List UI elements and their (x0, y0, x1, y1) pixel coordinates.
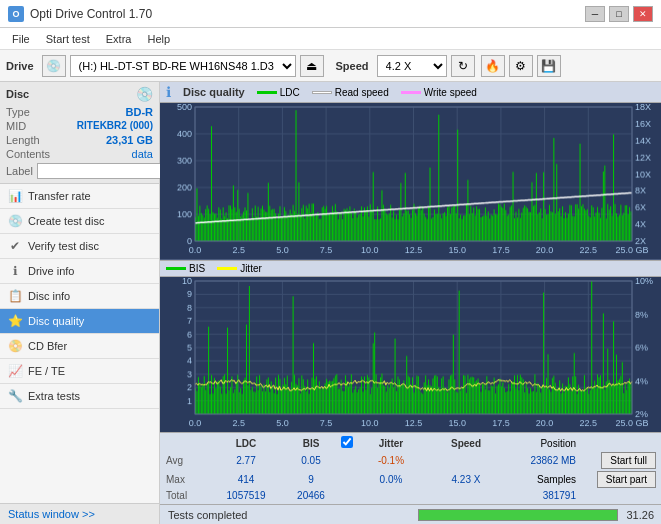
disc-title: Disc (6, 88, 29, 100)
burn-button[interactable]: 🔥 (481, 55, 505, 77)
menu-extra[interactable]: Extra (98, 31, 140, 47)
status-text: Tests completed (168, 509, 410, 521)
legend-bis: BIS (166, 263, 205, 274)
stats-header-row: LDC BIS Jitter Speed Position (166, 436, 656, 450)
sidebar-item-create-test-disc[interactable]: 💿 Create test disc (0, 209, 159, 234)
chart-header-icon: ℹ (166, 84, 171, 100)
sidebar-item-fe-te[interactable]: 📈 FE / TE (0, 359, 159, 384)
disc-icon: 💿 (136, 86, 153, 102)
legend-read: Read speed (312, 87, 389, 98)
status-value: 31.26 (626, 509, 654, 521)
disc-length-label: Length (6, 134, 40, 146)
progress-bar-fill (419, 510, 617, 520)
lower-chart (160, 277, 661, 433)
sidebar-item-cd-bfer[interactable]: 📀 CD Bfer (0, 334, 159, 359)
max-speed: 4.23 X (426, 474, 506, 485)
cd-bfer-icon: 📀 (8, 339, 22, 353)
disc-quality-icon: ⭐ (8, 314, 22, 328)
charts-area: BIS Jitter (160, 103, 661, 432)
verify-test-disc-label: Verify test disc (28, 240, 99, 252)
drive-icon-btn[interactable]: 💿 (42, 55, 66, 77)
sidebar-item-verify-test-disc[interactable]: ✔ Verify test disc (0, 234, 159, 259)
legend-bis-label: BIS (189, 263, 205, 274)
app-title: Opti Drive Control 1.70 (30, 7, 152, 21)
drive-info-icon: ℹ (8, 264, 22, 278)
upper-chart-canvas (160, 103, 661, 259)
stats-bar: LDC BIS Jitter Speed Position Avg 2.77 0… (160, 432, 661, 504)
disc-label-label: Label (6, 165, 33, 177)
disc-label-input[interactable] (37, 163, 166, 179)
start-full-button[interactable]: Start full (601, 452, 656, 469)
extra-tests-label: Extra tests (28, 390, 80, 402)
extra-tests-icon: 🔧 (8, 389, 22, 403)
samples-value: 381791 (506, 490, 576, 501)
cd-bfer-label: CD Bfer (28, 340, 67, 352)
total-ldc: 1057519 (211, 490, 281, 501)
maximize-button[interactable]: □ (609, 6, 629, 22)
sidebar-item-disc-quality[interactable]: ⭐ Disc quality (0, 309, 159, 334)
titlebar: O Opti Drive Control 1.70 ─ □ ✕ (0, 0, 661, 28)
total-label: Total (166, 490, 211, 501)
disc-type-row: Type BD-R (6, 106, 153, 118)
legend-write: Write speed (401, 87, 477, 98)
total-bis: 20466 (281, 490, 341, 501)
disc-mid-row: MID RITEKBR2 (000) (6, 120, 153, 132)
toolbar: Drive 💿 (H:) HL-DT-ST BD-RE WH16NS48 1.D… (0, 50, 661, 82)
avg-jitter: -0.1% (356, 455, 426, 466)
disc-type-label: Type (6, 106, 30, 118)
stats-bis-header: BIS (281, 438, 341, 449)
max-jitter: 0.0% (356, 474, 426, 485)
disc-quality-label: Disc quality (28, 315, 84, 327)
legend-ldc: LDC (257, 87, 300, 98)
start-buttons: Start full (576, 452, 656, 469)
sidebar-item-extra-tests[interactable]: 🔧 Extra tests (0, 384, 159, 409)
sidebar-item-disc-info[interactable]: 📋 Disc info (0, 284, 159, 309)
start-part-container: Start part (576, 471, 656, 488)
sidebar-item-transfer-rate[interactable]: 📊 Transfer rate (0, 184, 159, 209)
transfer-rate-label: Transfer rate (28, 190, 91, 202)
progress-bar-container (418, 509, 618, 521)
write-color (401, 91, 421, 94)
minimize-button[interactable]: ─ (585, 6, 605, 22)
app-icon: O (8, 6, 24, 22)
disc-type-value: BD-R (126, 106, 154, 118)
speed-select[interactable]: 4.2 X (377, 55, 447, 77)
disc-contents-label: Contents (6, 148, 50, 160)
bis-chart-header: BIS Jitter (160, 260, 661, 277)
legend-jitter: Jitter (217, 263, 262, 274)
legend-write-label: Write speed (424, 87, 477, 98)
position-value: 23862 MB (506, 455, 576, 466)
menu-start-test[interactable]: Start test (38, 31, 98, 47)
disc-info-icon: 📋 (8, 289, 22, 303)
disc-mid-value: RITEKBR2 (000) (77, 120, 153, 132)
stats-jitter-header: Jitter (356, 438, 426, 449)
menu-help[interactable]: Help (139, 31, 178, 47)
legend-jitter-label: Jitter (240, 263, 262, 274)
legend-ldc-label: LDC (280, 87, 300, 98)
refresh-button[interactable]: ↻ (451, 55, 475, 77)
disc-info-label: Disc info (28, 290, 70, 302)
upper-chart (160, 103, 661, 260)
samples-label: Samples (506, 474, 576, 485)
stats-max-row: Max 414 9 0.0% 4.23 X Samples Start part (166, 471, 656, 488)
eject-button[interactable]: ⏏ (300, 55, 324, 77)
read-color (312, 91, 332, 94)
save-button[interactable]: 💾 (537, 55, 561, 77)
fe-te-icon: 📈 (8, 364, 22, 378)
menu-file[interactable]: File (4, 31, 38, 47)
max-bis: 9 (281, 474, 341, 485)
jitter-checkbox[interactable] (341, 436, 353, 448)
settings-button[interactable]: ⚙ (509, 55, 533, 77)
drive-select[interactable]: (H:) HL-DT-ST BD-RE WH16NS48 1.D3 (70, 55, 296, 77)
position-label: Position (506, 438, 576, 449)
bis-color (166, 267, 186, 270)
jitter-check-spacer (341, 436, 356, 450)
menubar: File Start test Extra Help (0, 28, 661, 50)
close-button[interactable]: ✕ (633, 6, 653, 22)
sidebar-item-drive-info[interactable]: ℹ Drive info (0, 259, 159, 284)
chart-header: ℹ Disc quality LDC Read speed Write spee… (160, 82, 661, 103)
start-part-button[interactable]: Start part (597, 471, 656, 488)
avg-ldc: 2.77 (211, 455, 281, 466)
status-window-link[interactable]: Status window >> (0, 503, 159, 524)
bottom-status-bar: Tests completed 31.26 (160, 504, 661, 524)
